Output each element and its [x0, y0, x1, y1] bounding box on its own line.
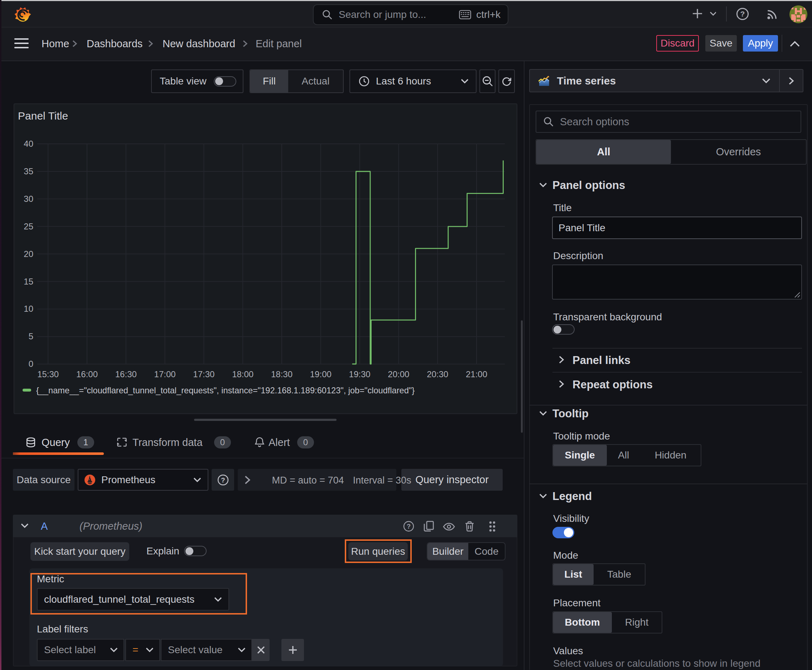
svg-text:17:00: 17:00 [154, 369, 176, 379]
svg-text:35: 35 [24, 166, 33, 176]
svg-text:?: ? [741, 10, 745, 18]
svg-text:21:00: 21:00 [466, 369, 487, 379]
svg-text:17:30: 17:30 [193, 369, 214, 379]
svg-text:16:00: 16:00 [76, 369, 98, 379]
svg-text:{__name__="cloudflared_tunnel_: {__name__="cloudflared_tunnel_total_requ… [36, 386, 415, 395]
svg-text:5: 5 [29, 332, 33, 341]
svg-text:25: 25 [24, 222, 33, 231]
svg-text:20:30: 20:30 [427, 369, 448, 379]
svg-text:18:00: 18:00 [232, 369, 253, 379]
svg-text:19:00: 19:00 [310, 369, 332, 379]
svg-text:0: 0 [29, 359, 33, 369]
svg-text:20:00: 20:00 [388, 369, 409, 379]
svg-text:30: 30 [24, 194, 33, 204]
svg-text:20: 20 [24, 249, 33, 259]
svg-text:10: 10 [24, 304, 33, 313]
svg-text:19:30: 19:30 [349, 369, 371, 379]
svg-text:16:30: 16:30 [115, 369, 137, 379]
svg-text:15: 15 [24, 277, 33, 286]
svg-text:18:30: 18:30 [271, 369, 293, 379]
svg-text:?: ? [221, 476, 225, 484]
svg-text:40: 40 [24, 139, 33, 149]
svg-text:?: ? [407, 523, 411, 530]
svg-text:15:30: 15:30 [37, 369, 59, 379]
